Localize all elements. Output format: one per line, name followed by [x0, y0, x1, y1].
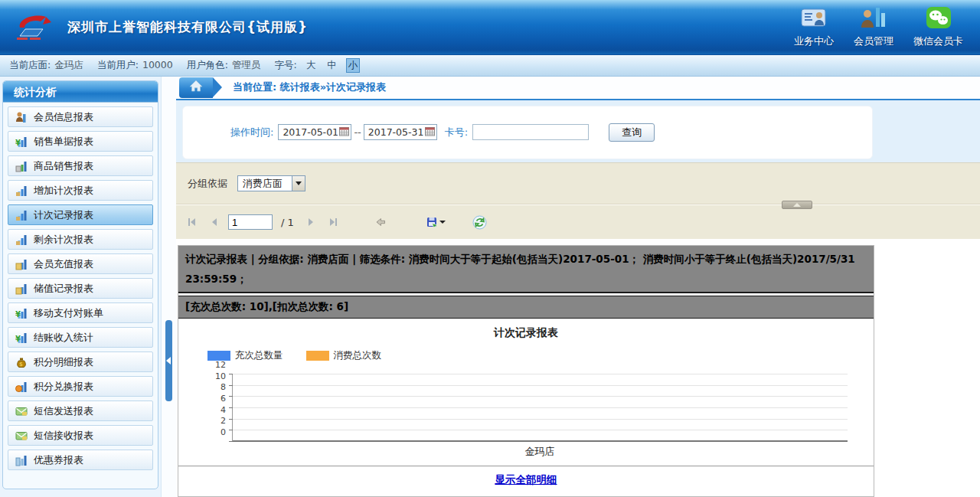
app-header: 深圳市上誉智能科技有限公司{试用版} 业务中心 [0, 0, 980, 55]
sidebar-item-label: 会员充值报表 [34, 257, 93, 271]
sidebar-item-优惠券报表[interactable]: 优惠券报表 [8, 450, 153, 470]
export-dropdown-caret[interactable] [439, 221, 446, 224]
mail-report-icon [15, 405, 28, 417]
page-total: / 1 [281, 217, 294, 228]
fontsize-option-small[interactable]: 小 [346, 58, 361, 73]
card-number-input[interactable] [472, 124, 589, 140]
query-button[interactable]: 查询 [609, 123, 655, 142]
y-tick-label: 4 [207, 405, 226, 415]
next-page-button[interactable] [302, 214, 319, 231]
y-tick-mark [229, 385, 233, 386]
light-report-icon [15, 454, 28, 466]
fontsize-option-medium[interactable]: 中 [325, 58, 339, 73]
y-tick-mark [229, 407, 233, 408]
sidebar-item-积分兑换报表[interactable]: 积分兑换报表 [8, 376, 153, 397]
current-user-label: 当前用户: [97, 59, 139, 72]
coin-report-icon [15, 381, 28, 393]
home-icon [189, 80, 203, 95]
sidebar-item-label: 商品销售报表 [34, 159, 93, 173]
y-tick-label: 10 [207, 371, 226, 381]
group-by-label: 分组依据 [188, 177, 227, 191]
sidebar-item-计次记录报表[interactable]: 计次记录报表 [8, 204, 153, 225]
mail-report-icon [15, 430, 28, 442]
home-button[interactable] [179, 77, 213, 98]
nav-member-management[interactable]: 会员管理 [854, 6, 893, 48]
yen-report-icon: ¥ [15, 136, 28, 148]
y-tick-mark [229, 374, 233, 374]
sidebar-item-积分明细报表[interactable]: $积分明细报表 [8, 351, 153, 372]
nav-label: 业务中心 [794, 34, 834, 48]
y-tick-label: 0 [207, 427, 226, 437]
export-button[interactable] [423, 214, 449, 231]
wechat-icon [926, 6, 952, 32]
sidebar-menu: 会员信息报表¥销售单据报表商品销售报表增加计次报表计次记录报表剩余计次报表会员充… [3, 106, 158, 470]
fontsize-option-large[interactable]: 大 [304, 58, 318, 73]
bag-report-icon: $ [15, 356, 28, 368]
date-to-value: 2017-05-31 [368, 126, 424, 138]
legend-label: 消费总次数 [334, 349, 382, 362]
calendar-icon[interactable] [425, 126, 435, 139]
id-card-icon [800, 6, 828, 32]
back-arrow-icon[interactable] [372, 214, 389, 231]
y-tick-mark [229, 396, 233, 397]
date-to-input[interactable]: 2017-05-31 [364, 124, 437, 140]
report-header-line: 计次记录报表 | 分组依据: 消费店面 | 筛选条件: 消费时间大于等于起始(包… [178, 246, 874, 293]
sidebar-item-结账收入统计[interactable]: ¥结账收入统计 [8, 327, 153, 348]
show-all-details-link[interactable]: 显示全部明细 [495, 473, 557, 486]
sidebar-item-label: 短信发送报表 [34, 404, 93, 418]
main-content: 当前位置: 统计报表»计次记录报表 操作时间: 2017-05-01 [176, 77, 980, 497]
report-panel: 计次记录报表 | 分组依据: 消费店面 | 筛选条件: 消费时间大于等于起始(包… [178, 245, 874, 497]
svg-text:¥: ¥ [15, 335, 21, 343]
yen-report-icon: ¥ [15, 332, 28, 344]
gold-report-icon [15, 258, 28, 270]
refresh-button[interactable] [472, 214, 488, 231]
sidebar-item-储值记录报表[interactable]: 储值记录报表 [8, 278, 153, 299]
green-report-icon [15, 160, 28, 172]
sidebar-item-移动支付对账单[interactable]: ¥移动支付对账单 [8, 302, 153, 323]
sidebar-splitter [161, 77, 176, 497]
gold-report-icon [15, 283, 28, 295]
bars-report-icon [15, 209, 28, 221]
x-axis-baseline [233, 440, 848, 442]
breadcrumb-row: 当前位置: 统计报表»计次记录报表 [176, 77, 980, 100]
sidebar-item-增加计次报表[interactable]: 增加计次报表 [8, 180, 153, 201]
page-number-input[interactable] [228, 214, 273, 230]
sidebar-item-会员充值报表[interactable]: 会员充值报表 [8, 253, 153, 274]
sidebar-item-label: 优惠券报表 [34, 453, 83, 467]
date-from-input[interactable]: 2017-05-01 [278, 124, 351, 140]
y-tick-label: 8 [207, 382, 226, 392]
sidebar-item-label: 移动支付对账单 [34, 306, 103, 320]
last-page-button[interactable] [325, 214, 341, 231]
sidebar-item-剩余计次报表[interactable]: 剩余计次报表 [8, 229, 153, 250]
sidebar-item-会员信息报表[interactable]: 会员信息报表 [8, 106, 153, 127]
arrow-up-icon [793, 203, 801, 207]
chart-plot-area: 024681012 [232, 374, 848, 442]
first-page-button[interactable] [184, 214, 201, 231]
nav-wechat-card[interactable]: 微信会员卡 [913, 6, 963, 48]
pager-toolbar: / 1 [176, 204, 980, 239]
group-by-dropdown[interactable]: 消费店面 [237, 175, 305, 191]
gridline [233, 430, 848, 430]
sidebar-item-label: 储值记录报表 [34, 282, 93, 296]
dropdown-arrow-icon[interactable] [292, 176, 305, 191]
sidebar-collapse-handle[interactable] [165, 320, 172, 401]
yen-report-icon: ¥ [15, 307, 28, 319]
prev-page-button[interactable] [206, 214, 223, 231]
card-number-label: 卡号: [445, 126, 468, 139]
member-chart-icon [860, 6, 887, 32]
gridline [233, 385, 848, 386]
nav-business-center[interactable]: 业务中心 [794, 6, 834, 48]
session-info-bar: 当前店面: 金玛店 当前用户: 10000 用户角色: 管理员 字号: 大 中 … [0, 55, 980, 77]
sidebar-item-短信接收报表[interactable]: 短信接收报表 [8, 425, 153, 446]
sidebar-item-label: 剩余计次报表 [34, 233, 93, 247]
date-from-value: 2017-05-01 [283, 126, 338, 138]
panel-collapse-handle[interactable] [782, 201, 812, 209]
svg-text:¥: ¥ [15, 139, 21, 147]
sidebar-item-短信发送报表[interactable]: 短信发送报表 [8, 401, 153, 421]
time-range-label: 操作时间: [230, 126, 273, 139]
sidebar-title: 统计分析 [3, 81, 158, 103]
calendar-icon[interactable] [339, 126, 349, 139]
sidebar-item-商品销售报表[interactable]: 商品销售报表 [8, 155, 153, 176]
sidebar-item-销售单据报表[interactable]: ¥销售单据报表 [8, 131, 153, 152]
y-tick-label: 2 [207, 416, 226, 426]
